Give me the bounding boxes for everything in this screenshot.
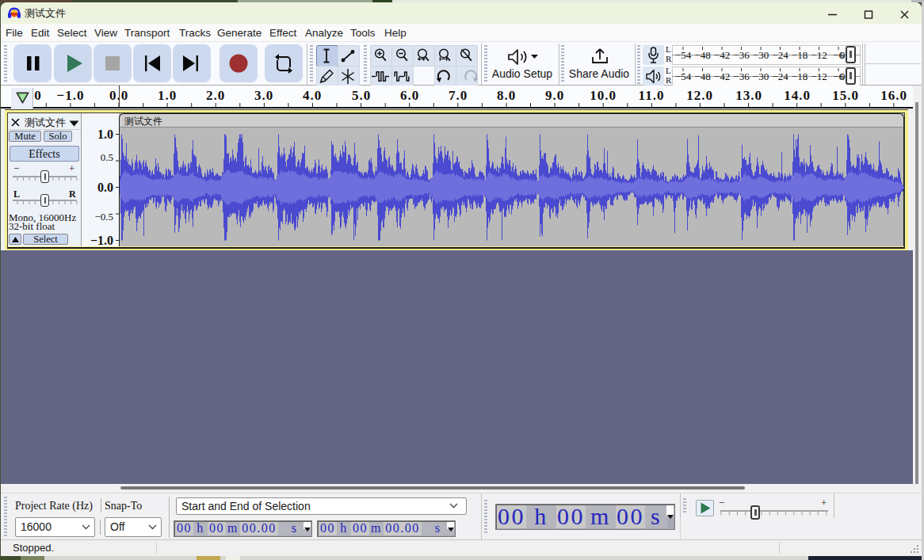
svg-text:−24: −24 (772, 70, 788, 82)
svg-text:−24: −24 (772, 49, 788, 61)
svg-text:−54: −54 (675, 49, 692, 61)
svg-text:−48: −48 (694, 49, 710, 61)
svg-text:−36: −36 (733, 49, 750, 61)
svg-text:−12: −12 (811, 49, 827, 61)
svg-text:−18: −18 (792, 49, 808, 61)
svg-text:−54: −54 (675, 70, 692, 82)
svg-text:−42: −42 (714, 49, 730, 61)
svg-text:−36: −36 (733, 70, 750, 82)
svg-text:−30: −30 (753, 70, 769, 82)
svg-text:−48: −48 (694, 70, 710, 82)
svg-text:−42: −42 (714, 70, 730, 82)
svg-text:−12: −12 (811, 70, 827, 82)
svg-text:−30: −30 (753, 49, 769, 61)
svg-text:−18: −18 (792, 70, 808, 82)
